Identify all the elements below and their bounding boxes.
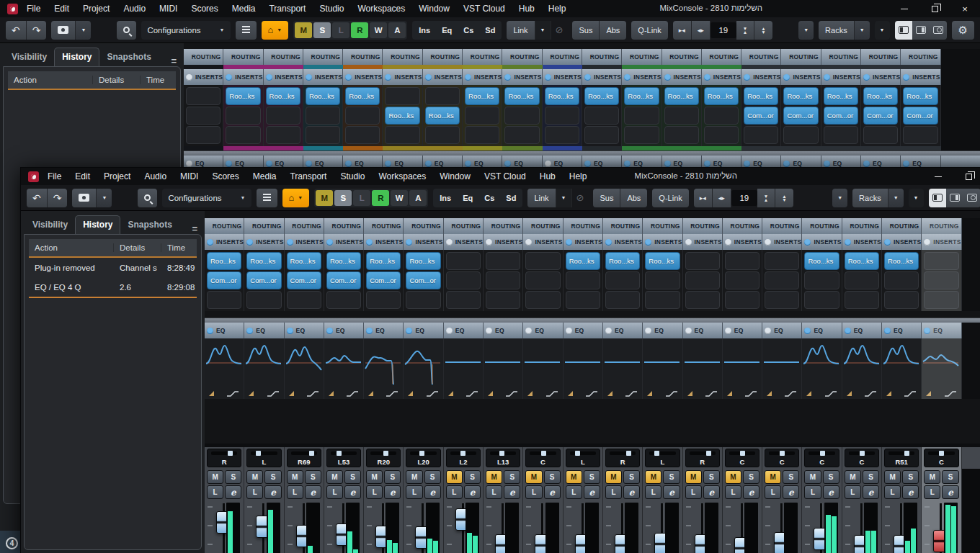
mute-button[interactable]: M [246, 470, 263, 484]
eq-power-icon[interactable] [744, 161, 750, 167]
pan-control[interactable]: L [566, 449, 600, 467]
column-header-details[interactable]: Details [114, 243, 161, 252]
link-button[interactable]: Link [507, 21, 535, 40]
racks-button[interactable]: Racks [819, 21, 855, 40]
insert-slot-empty[interactable] [765, 271, 799, 289]
visibility-agent-button[interactable]: ⌂▼ [262, 21, 289, 40]
listen-button[interactable]: L [685, 485, 702, 499]
edit-button[interactable]: e [384, 485, 401, 499]
routing-rack-header[interactable]: ROUTING [922, 218, 961, 234]
inserts-rack-header[interactable]: INSERTS [223, 69, 263, 85]
insert-slot-empty[interactable] [584, 126, 619, 144]
insert-slot-empty[interactable] [924, 291, 958, 309]
eq-power-icon[interactable] [207, 328, 213, 334]
insert-slot-empty[interactable] [605, 291, 640, 309]
redo-button[interactable]: ↷ [27, 21, 47, 40]
inserts-rack-header[interactable]: INSERTS [643, 234, 682, 250]
solo-button[interactable]: S [743, 470, 760, 484]
settings-button[interactable]: ⚙ [952, 21, 974, 40]
eq-curve-cell[interactable] [762, 338, 802, 387]
listen-button[interactable]: L [486, 485, 502, 499]
pan-control[interactable]: C [725, 449, 760, 467]
insert-slot-filled[interactable]: Roo...ks [783, 87, 818, 105]
eq-power-icon[interactable] [664, 161, 671, 167]
insert-power-icon[interactable] [186, 74, 192, 81]
eq-rack-header[interactable]: EQ [324, 323, 364, 338]
go-first-button[interactable]: ▸◂ [694, 189, 713, 207]
insert-slot-empty[interactable] [884, 271, 919, 289]
toggle-left-zone-button[interactable] [929, 189, 946, 207]
menu-audio[interactable]: Audio [123, 4, 146, 14]
solo-button[interactable]: S [305, 470, 321, 484]
solo-button[interactable]: S [942, 470, 958, 484]
routing-rack-header[interactable]: ROUTING [762, 218, 802, 234]
mute-button[interactable]: M [725, 470, 741, 484]
mute-button[interactable]: M [326, 470, 343, 484]
routing-rack-header[interactable]: ROUTING [343, 49, 383, 65]
inserts-rack-header[interactable]: INSERTS [444, 234, 484, 250]
routing-rack-header[interactable]: ROUTING [702, 49, 741, 65]
inserts-rack-header[interactable]: INSERTS [683, 234, 723, 250]
insert-slot-empty[interactable] [525, 252, 560, 270]
insert-power-icon[interactable] [486, 239, 492, 246]
inserts-rack-header[interactable]: INSERTS [741, 69, 781, 85]
inserts-rack-header[interactable]: INSERTS [383, 69, 422, 85]
eq-rack-header[interactable]: EQ [683, 323, 723, 338]
insert-slot-empty[interactable] [685, 271, 720, 289]
filter-icons-cell[interactable] [364, 387, 404, 399]
column-header-action[interactable]: Action [29, 243, 114, 252]
inserts-rack-header[interactable]: INSERTS [564, 234, 603, 250]
listen-button[interactable]: L [326, 485, 343, 499]
eq-power-icon[interactable] [266, 161, 272, 167]
routing-rack-header[interactable]: ROUTING [383, 49, 422, 65]
column-header-time[interactable]: Time [141, 76, 175, 84]
pan-control[interactable]: L20 [406, 449, 440, 467]
go-prev-next-button[interactable]: ◂▸ [692, 21, 710, 40]
qlink-button[interactable]: Q-Link [652, 189, 688, 207]
inserts-rack-header[interactable]: INSERTS [821, 69, 861, 85]
insert-slot-empty[interactable] [664, 107, 699, 125]
eq-curve-cell[interactable] [285, 338, 324, 387]
snapshot-camera-button[interactable] [72, 189, 97, 207]
menu-file[interactable]: File [48, 171, 61, 181]
insert-slot-empty[interactable] [924, 271, 958, 289]
listen-button[interactable]: L [406, 485, 422, 499]
inserts-rack-header[interactable]: INSERTS [484, 234, 523, 250]
filter-icons-cell[interactable] [802, 387, 842, 399]
insert-power-icon[interactable] [824, 74, 830, 81]
pan-handle[interactable] [309, 451, 314, 456]
insert-slot-filled[interactable]: Roo...ks [645, 252, 680, 270]
menu-vst-cloud[interactable]: VST Cloud [484, 171, 526, 181]
insert-power-icon[interactable] [884, 239, 891, 246]
eq-rack-header[interactable]: EQ [244, 323, 284, 338]
channel-filter-button[interactable] [257, 189, 277, 207]
eq-power-icon[interactable] [446, 328, 453, 334]
edit-button[interactable]: e [863, 485, 879, 499]
rack-filter-sd[interactable]: Sd [501, 190, 521, 206]
insert-slot-empty[interactable] [804, 291, 839, 309]
mute-button[interactable]: M [486, 470, 502, 484]
insert-slot-filled[interactable]: Roo...ks [884, 252, 919, 270]
eq-rack-header[interactable]: EQ [484, 323, 523, 338]
solo-button[interactable]: S [225, 470, 241, 484]
menu-vst-cloud[interactable]: VST Cloud [463, 4, 505, 14]
routing-rack-header[interactable]: ROUTING [264, 49, 303, 65]
insert-slot-empty[interactable] [246, 291, 281, 309]
routing-rack-header[interactable]: ROUTING [244, 218, 284, 234]
zone-setup-button[interactable] [930, 21, 947, 40]
pan-handle[interactable] [860, 451, 865, 456]
filter-icons-cell[interactable] [404, 387, 443, 399]
insert-slot-empty[interactable] [226, 107, 260, 125]
inserts-rack-header[interactable]: INSERTS [244, 234, 284, 250]
inserts-rack-header[interactable]: INSERTS [404, 234, 443, 250]
solo-button[interactable]: S [902, 470, 919, 484]
eq-rack-header[interactable]: EQ [404, 323, 443, 338]
inserts-rack-header[interactable]: INSERTS [264, 69, 303, 85]
edit-button[interactable]: e [902, 485, 919, 499]
listen-button[interactable]: L [845, 485, 861, 499]
eq-power-icon[interactable] [425, 161, 432, 167]
menu-audio[interactable]: Audio [144, 171, 166, 181]
menu-media[interactable]: Media [253, 171, 277, 181]
eq-power-icon[interactable] [845, 328, 851, 334]
link-button[interactable]: Link [527, 189, 556, 207]
